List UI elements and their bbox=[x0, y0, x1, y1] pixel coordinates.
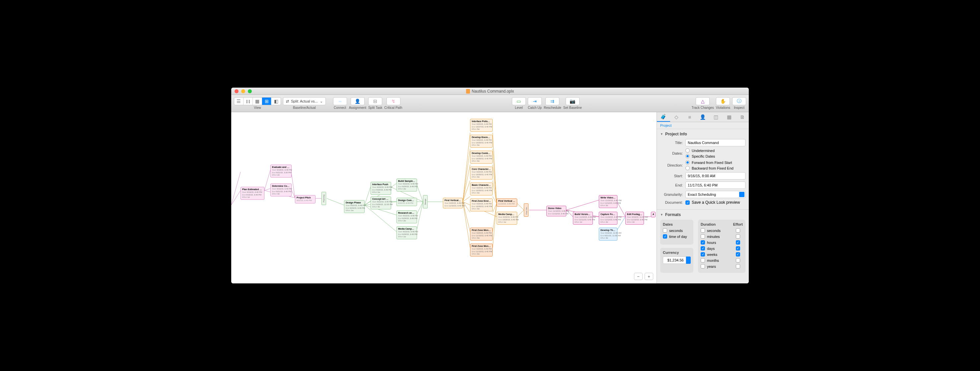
zoom-icon[interactable] bbox=[248, 89, 252, 93]
currency-field[interactable] bbox=[663, 256, 686, 264]
close-icon[interactable] bbox=[235, 89, 239, 93]
tab-project-icon[interactable]: 🧳 bbox=[657, 112, 670, 122]
view-resource-icon[interactable]: ⫿⫿ bbox=[243, 97, 253, 105]
baseline-dropdown[interactable]: ⇄ Split: Actual vs... ⌄ bbox=[283, 97, 326, 105]
direction-forward-radio[interactable]: Forward from Fixed Start bbox=[686, 160, 745, 165]
task-sample[interactable]: Build Sample In-Engine...Start 9/22/15, … bbox=[396, 178, 417, 191]
task-monster2[interactable]: First Zone Monster Ani...Start 9/29/15, … bbox=[470, 244, 493, 256]
task-core[interactable]: Core Character ArtStart 9/29/15, 6:49 PM… bbox=[470, 167, 493, 180]
dur-years-checkbox[interactable] bbox=[701, 264, 705, 269]
milestone-design[interactable]: Design bbox=[423, 195, 428, 209]
eff-hours-checkbox[interactable] bbox=[736, 240, 740, 245]
task-ad[interactable]: Ad... bbox=[651, 212, 655, 217]
tab-table-icon[interactable]: ▦ bbox=[722, 112, 736, 122]
task-concept[interactable]: Concept Art PushStart 9/22/15, 6:49 PMEn… bbox=[371, 196, 391, 209]
tab-doc-icon[interactable]: 🗎 bbox=[735, 112, 749, 122]
task-build[interactable]: Build Version for Video...Start 11/10/15… bbox=[573, 212, 593, 225]
document-icon bbox=[466, 89, 470, 94]
end-field[interactable] bbox=[686, 182, 745, 189]
task-research[interactable]: Research and Evaluat...Start 9/22/15, 6:… bbox=[396, 210, 417, 223]
tab-resource-icon[interactable]: 👤 bbox=[696, 112, 710, 122]
dur-days-checkbox[interactable] bbox=[701, 246, 705, 250]
task-zone[interactable]: First Zone Environment...Start 9/29/15, … bbox=[470, 199, 493, 212]
task-script[interactable]: Write Video ScriptStart 11/10/15, 6:40 P… bbox=[599, 195, 617, 208]
tab-milestones-icon[interactable]: ◇ bbox=[670, 112, 683, 122]
titlebar: Nautilus Command.oplx bbox=[231, 88, 749, 95]
dur-hours-checkbox[interactable] bbox=[701, 240, 705, 245]
quicklook-checkbox[interactable] bbox=[686, 201, 690, 205]
currency-dropdown[interactable] bbox=[686, 256, 691, 264]
eff-days-checkbox[interactable] bbox=[736, 246, 740, 250]
assignment-button[interactable]: 👤 bbox=[351, 97, 364, 105]
seconds-checkbox[interactable] bbox=[663, 228, 667, 232]
view-style-icon[interactable]: ◧ bbox=[271, 97, 281, 105]
zoom-in-button[interactable]: + bbox=[644, 273, 653, 280]
dates-format-box: Dates seconds time of day bbox=[660, 220, 694, 245]
level-button[interactable]: ▭ bbox=[512, 97, 526, 105]
section-formats: ▼Formats Dates seconds time of day Curre… bbox=[657, 209, 749, 275]
start-field[interactable] bbox=[686, 172, 745, 180]
timeofday-checkbox[interactable] bbox=[663, 234, 667, 239]
eff-weeks-checkbox[interactable] bbox=[736, 252, 740, 256]
window-title: Nautilus Command.oplx bbox=[466, 89, 514, 94]
task-plan[interactable]: Plan Estimated Project...Start 9/16/15, … bbox=[240, 187, 264, 200]
task-pitch[interactable]: Project Pitch9/21/15, 6:40 PM bbox=[295, 195, 315, 204]
eff-months-checkbox[interactable] bbox=[736, 258, 740, 263]
task-media2[interactable]: Media Campaign Phas...Start 9/29/15, 6:4… bbox=[496, 212, 517, 225]
view-segmented[interactable]: ☰ ⫿⫿ ▦ ⊞ ◧ bbox=[234, 97, 281, 105]
tab-styles-icon[interactable]: ≡ bbox=[683, 112, 696, 122]
reschedule-button[interactable]: ⇉ bbox=[546, 97, 559, 105]
milestone-firstver[interactable]: First Ver... bbox=[524, 204, 528, 217]
task-polish[interactable]: Interface Polish PassStart 9/29/15, 6:49… bbox=[470, 119, 493, 132]
split-task-button[interactable]: ⊟ bbox=[368, 97, 382, 105]
view-network-icon[interactable]: ⊞ bbox=[262, 97, 271, 105]
zoom-out-button[interactable]: − bbox=[634, 273, 643, 280]
task-design-complete[interactable]: Design Complete9/22/15, 6:49 PM bbox=[396, 198, 417, 206]
granularity-select[interactable]: Exact Scheduling bbox=[686, 191, 745, 198]
dates-undetermined-radio[interactable]: Undetermined bbox=[686, 148, 745, 153]
track-changes-button[interactable]: △ bbox=[696, 97, 710, 105]
task-determine[interactable]: Determine Contractor...Start 9/16/15, 6:… bbox=[270, 183, 292, 196]
dur-seconds-checkbox[interactable] bbox=[701, 228, 705, 232]
tab-custom-icon[interactable]: ◫ bbox=[709, 112, 722, 122]
task-monster[interactable]: First Zone Monster ArtStart 9/29/15, 6:4… bbox=[470, 228, 493, 240]
task-demo[interactable]: Demo VideoStart 11/10/15, 6:40 PMEnd 11/… bbox=[546, 206, 566, 217]
task-interface[interactable]: Interface PushStart 9/22/15, 6:49 PMEnd … bbox=[371, 182, 391, 195]
task-fvs[interactable]: First Vertical SliceStart 9/29/15, 6:49 … bbox=[443, 198, 463, 209]
view-gantt-icon[interactable]: ☰ bbox=[234, 97, 243, 105]
milestone-planning[interactable]: Planning bbox=[321, 192, 326, 205]
direction-backward-radio[interactable]: Backward from Fixed End bbox=[686, 166, 745, 170]
task-media[interactable]: Media Campaign Phas...Start 9/22/15, 6:4… bbox=[396, 226, 417, 239]
title-field[interactable] bbox=[686, 139, 745, 146]
critical-path-button[interactable]: ↯ bbox=[387, 97, 401, 105]
task-edit[interactable]: Edit Footage to Theme...Start 9/16/15, 1… bbox=[625, 212, 644, 225]
minimize-icon[interactable] bbox=[241, 89, 245, 93]
connect-button[interactable]: ⎓ bbox=[333, 97, 347, 105]
task-enemy[interactable]: Develop Enemy Pathin...Start 9/29/15, 6:… bbox=[470, 135, 493, 148]
task-combat[interactable]: Develop Combat Engin...Start 9/29/15, 6:… bbox=[470, 151, 493, 164]
task-fvsc[interactable]: First Vertical Slice Com...11/10/15, 6:4… bbox=[496, 199, 517, 207]
view-calendar-icon[interactable]: ▦ bbox=[253, 97, 262, 105]
main-area: Plan Estimated Project...Start 9/16/15, … bbox=[231, 112, 749, 283]
dur-minutes-checkbox[interactable] bbox=[701, 234, 705, 239]
network-canvas[interactable]: Plan Estimated Project...Start 9/16/15, … bbox=[231, 112, 657, 283]
catch-up-button[interactable]: ⇥ bbox=[528, 97, 542, 105]
view-label: View bbox=[254, 106, 261, 110]
task-anim[interactable]: Basic Character Anima...Start 9/29/15, 6… bbox=[470, 183, 493, 196]
disclosure-triangle-icon: ▼ bbox=[660, 213, 663, 217]
dur-weeks-checkbox[interactable] bbox=[701, 252, 705, 256]
section-header[interactable]: ▼Project Info bbox=[660, 132, 745, 136]
task-capture[interactable]: Capture Footage from...Start 11/10/15, 6… bbox=[599, 212, 617, 225]
eff-minutes-checkbox[interactable] bbox=[736, 234, 740, 239]
inspect-button[interactable]: ⓘ bbox=[732, 97, 746, 105]
dates-specific-radio[interactable]: Specific Dates bbox=[686, 154, 745, 158]
task-eval[interactable]: Evaluate and Select M...Start 9/18/15, 6… bbox=[270, 165, 292, 178]
set-baseline-button[interactable]: 📷 bbox=[566, 97, 579, 105]
section-header[interactable]: ▼Formats bbox=[660, 212, 745, 217]
task-theme[interactable]: Develop Theme Music...Start 9/16/15, 11:… bbox=[599, 228, 617, 240]
eff-seconds-checkbox[interactable] bbox=[736, 228, 740, 232]
violations-button[interactable]: ✋ bbox=[716, 97, 730, 105]
task-design[interactable]: Design PhaseStart 9/22/15, 6:49 PMEnd 9/… bbox=[344, 200, 364, 213]
eff-years-checkbox[interactable] bbox=[736, 264, 740, 269]
dur-months-checkbox[interactable] bbox=[701, 258, 705, 263]
